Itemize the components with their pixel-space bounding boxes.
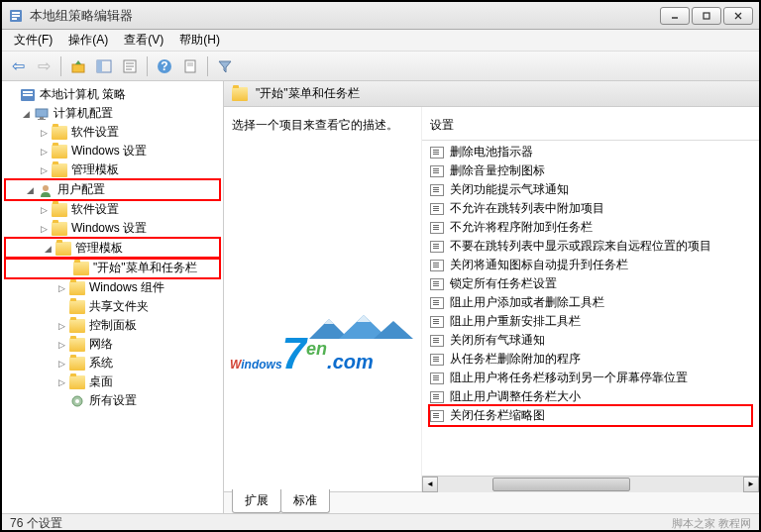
filter-button[interactable] <box>213 54 237 78</box>
tab-extended[interactable]: 扩展 <box>232 489 281 513</box>
setting-item[interactable]: 删除电池指示器 <box>422 143 759 161</box>
expand-icon[interactable]: ▷ <box>55 282 67 294</box>
tree-user-config[interactable]: ◢ 用户配置 <box>6 180 219 199</box>
scroll-thumb[interactable] <box>492 478 630 491</box>
show-hide-tree-button[interactable] <box>92 54 116 78</box>
tree-label: Windows 组件 <box>89 279 164 296</box>
tree-root[interactable]: 本地计算机 策略 <box>2 85 223 104</box>
maximize-button[interactable] <box>692 7 721 25</box>
expand-icon[interactable]: ◢ <box>24 184 36 196</box>
setting-item[interactable]: 关闭所有气球通知 <box>422 331 759 350</box>
scroll-right-button[interactable]: ► <box>743 477 759 492</box>
policy-setting-icon <box>430 203 444 215</box>
tree-item[interactable]: ▷ Windows 设置 <box>2 219 223 238</box>
setting-label: 不要在跳转列表中显示或跟踪来自远程位置的项目 <box>450 238 711 255</box>
policy-setting-icon <box>430 335 444 347</box>
settings-header[interactable]: 设置 <box>422 107 759 141</box>
export-button[interactable] <box>178 54 202 78</box>
setting-item[interactable]: 不允许在跳转列表中附加项目 <box>422 199 759 218</box>
tree-label: 软件设置 <box>71 124 119 141</box>
help-button[interactable]: ? <box>153 54 176 78</box>
properties-button[interactable] <box>118 54 142 78</box>
window-title: 本地组策略编辑器 <box>30 7 660 25</box>
collapse-icon[interactable] <box>6 89 18 101</box>
tree-item[interactable]: ▷ 软件设置 <box>2 123 223 142</box>
back-button[interactable]: ⇦ <box>6 54 30 78</box>
setting-item[interactable]: 从任务栏删除附加的程序 <box>422 350 759 369</box>
setting-item[interactable]: 不要在跳转列表中显示或跟踪来自远程位置的项目 <box>422 237 759 256</box>
menu-file[interactable]: 文件(F) <box>6 30 60 51</box>
setting-label: 关闭任务栏缩略图 <box>450 407 545 424</box>
expand-icon[interactable]: ▷ <box>55 339 67 351</box>
setting-item[interactable]: 关闭任务栏缩略图 <box>430 406 751 425</box>
tree-computer-config[interactable]: ◢ 计算机配置 <box>2 104 223 123</box>
setting-item[interactable]: 阻止用户调整任务栏大小 <box>422 387 759 406</box>
toolbar: ⇦ ⇨ ? <box>2 52 759 81</box>
policy-setting-icon <box>430 316 444 328</box>
horizontal-scrollbar[interactable]: ◄ ► <box>422 476 759 491</box>
toolbar-separator <box>207 56 208 76</box>
setting-item[interactable]: 不允许将程序附加到任务栏 <box>422 218 759 237</box>
svg-rect-1 <box>12 12 20 14</box>
menu-help[interactable]: 帮助(H) <box>171 30 228 51</box>
main-area: 本地计算机 策略 ◢ 计算机配置 ▷ 软件设置 ▷ Windows 设置 ▷ 管… <box>2 81 759 513</box>
setting-item[interactable]: 锁定所有任务栏设置 <box>422 274 759 293</box>
expand-icon[interactable]: ◢ <box>20 108 32 120</box>
tree-admin-templates[interactable]: ◢ 管理模板 <box>6 239 219 258</box>
tree-panel[interactable]: 本地计算机 策略 ◢ 计算机配置 ▷ 软件设置 ▷ Windows 设置 ▷ 管… <box>2 81 224 513</box>
tree-label: Windows 设置 <box>71 143 147 160</box>
setting-item[interactable]: 删除音量控制图标 <box>422 161 759 180</box>
folder-icon <box>232 87 248 101</box>
minimize-button[interactable] <box>660 7 690 25</box>
tree-label: 桌面 <box>89 373 113 390</box>
settings-list[interactable]: 删除电池指示器删除音量控制图标关闭功能提示气球通知不允许在跳转列表中附加项目不允… <box>422 141 759 476</box>
folder-icon <box>69 357 85 371</box>
spacer <box>59 263 71 274</box>
menu-action[interactable]: 操作(A) <box>60 30 116 51</box>
menu-view[interactable]: 查看(V) <box>116 30 171 51</box>
tab-standard[interactable]: 标准 <box>280 489 330 513</box>
tree-item[interactable]: ▷ Windows 组件 <box>2 278 223 297</box>
tree-item[interactable]: ▷ 管理模板 <box>2 160 223 179</box>
policy-setting-icon <box>430 372 444 384</box>
content-body: 选择一个项目来查看它的描述。 设置 删除电池指示器删除音量控制图标关闭功能提示气… <box>224 107 759 491</box>
setting-item[interactable]: 关闭功能提示气球通知 <box>422 180 759 199</box>
svg-point-26 <box>43 185 49 191</box>
computer-icon <box>34 107 50 121</box>
policy-setting-icon <box>430 147 444 159</box>
expand-icon[interactable]: ▷ <box>38 223 50 235</box>
expand-icon[interactable]: ▷ <box>38 204 50 216</box>
setting-label: 锁定所有任务栏设置 <box>450 275 557 292</box>
expand-icon[interactable]: ▷ <box>38 127 50 139</box>
scroll-left-button[interactable]: ◄ <box>422 477 438 492</box>
expand-icon[interactable]: ◢ <box>42 243 54 255</box>
tree-start-taskbar[interactable]: "开始"菜单和任务栏 <box>6 259 219 277</box>
close-button[interactable] <box>723 7 753 25</box>
setting-label: 关闭将通知图标自动提升到任务栏 <box>450 257 628 273</box>
tree-item[interactable]: ▷ 桌面 <box>2 372 223 391</box>
setting-item[interactable]: 阻止用户添加或者删除工具栏 <box>422 293 759 312</box>
tree-item[interactable]: ▷ 控制面板 <box>2 316 223 335</box>
forward-button[interactable]: ⇨ <box>32 54 55 78</box>
setting-item[interactable]: 关闭将通知图标自动提升到任务栏 <box>422 256 759 274</box>
setting-label: 阻止用户将任务栏移动到另一个屏幕停靠位置 <box>450 370 688 386</box>
expand-icon[interactable]: ▷ <box>38 164 50 176</box>
tree-item[interactable]: 共享文件夹 <box>2 297 223 316</box>
scroll-track[interactable] <box>438 477 743 492</box>
tree-item[interactable]: ▷ 网络 <box>2 335 223 354</box>
policy-setting-icon <box>430 222 444 234</box>
status-count: 76 个设置 <box>10 515 62 532</box>
expand-icon[interactable]: ▷ <box>55 320 67 332</box>
tree-item[interactable]: 所有设置 <box>2 391 223 410</box>
up-button[interactable] <box>66 54 90 78</box>
setting-item[interactable]: 阻止用户将任务栏移动到另一个屏幕停靠位置 <box>422 369 759 387</box>
setting-item[interactable]: 阻止用户重新安排工具栏 <box>422 312 759 331</box>
expand-icon[interactable]: ▷ <box>55 376 67 388</box>
tree-item[interactable]: ▷ 软件设置 <box>2 200 223 219</box>
tree-item[interactable]: ▷ 系统 <box>2 354 223 372</box>
expand-icon[interactable]: ▷ <box>38 146 50 158</box>
tree-item[interactable]: ▷ Windows 设置 <box>2 142 223 160</box>
folder-icon <box>55 242 71 256</box>
setting-label: 不允许将程序附加到任务栏 <box>450 219 593 236</box>
expand-icon[interactable]: ▷ <box>55 358 67 370</box>
